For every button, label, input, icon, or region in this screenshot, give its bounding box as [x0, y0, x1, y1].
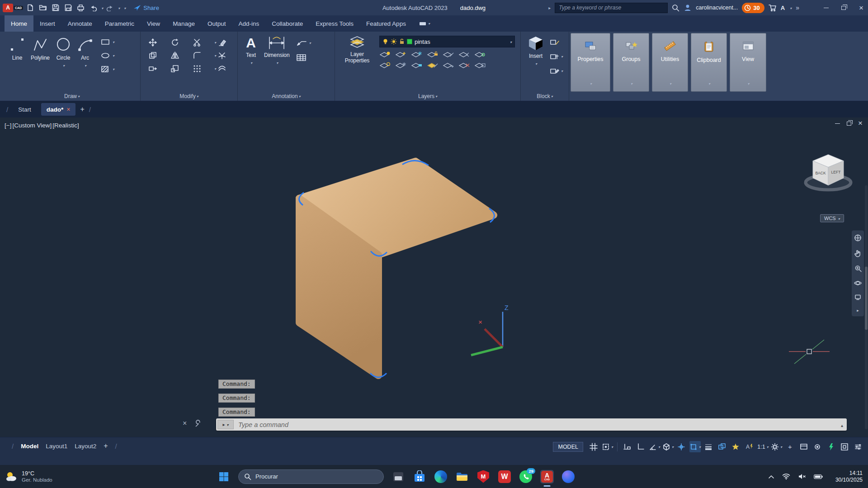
isometric-drafting-icon[interactable]	[662, 441, 674, 452]
mirror-tool-icon[interactable]	[169, 51, 180, 60]
panel-label-annotation[interactable]: Annotation	[238, 93, 335, 99]
circle-button[interactable]: Circle	[53, 34, 73, 91]
line-button[interactable]: Line	[7, 34, 27, 91]
panel-groups[interactable]: Groups	[612, 32, 651, 101]
trial-badge[interactable]: 30	[742, 3, 764, 13]
new-file-icon[interactable]	[24, 2, 36, 14]
canvas-scrollbar[interactable]	[865, 185, 868, 429]
layer-properties-button[interactable]: LayerProperties	[340, 34, 375, 91]
hatch-tool-icon[interactable]	[100, 64, 114, 75]
leader-tool-icon[interactable]	[296, 38, 311, 48]
selection-cycling-icon[interactable]	[717, 441, 728, 452]
object-snap-icon[interactable]	[689, 441, 701, 452]
open-folder-icon[interactable]	[37, 2, 48, 14]
tab-collaborate[interactable]: Collaborate	[265, 15, 309, 32]
zoom-icon[interactable]	[854, 265, 862, 272]
dimension-button[interactable]: Dimension	[262, 34, 292, 91]
tab-insert[interactable]: Insert	[33, 15, 61, 32]
undo-dropdown-icon[interactable]	[101, 5, 103, 11]
insert-block-button[interactable]: Insert	[525, 34, 546, 91]
layer-unlock2-icon[interactable]	[411, 62, 423, 69]
layout-tab-model[interactable]: Model	[21, 443, 38, 450]
copy-tool-icon[interactable]	[147, 51, 158, 60]
viewcube[interactable]: BACK LEFT	[799, 148, 858, 198]
quick-properties-icon[interactable]	[798, 441, 809, 452]
file-tab-close-icon[interactable]	[66, 106, 70, 113]
battery-icon[interactable]	[814, 474, 823, 479]
annotation-visibility-icon[interactable]	[730, 441, 741, 452]
command-close-icon[interactable]	[183, 419, 187, 427]
search-icon[interactable]	[672, 4, 679, 12]
dynamic-input-icon[interactable]	[622, 441, 633, 452]
taskbar-clock[interactable]: 14:11 30/10/2025	[835, 470, 863, 483]
autoscale-icon[interactable]: A	[744, 441, 755, 452]
share-button[interactable]: Share	[133, 5, 159, 11]
graphics-performance-icon[interactable]	[825, 441, 836, 452]
orbit-icon[interactable]	[854, 280, 862, 286]
autodesk-account-dropdown-icon[interactable]	[790, 5, 792, 11]
pinned-app-dark-icon[interactable]	[392, 470, 405, 483]
tab-featured-apps[interactable]: Featured Apps	[360, 15, 412, 32]
tab-home[interactable]: Home	[5, 15, 33, 32]
ribbon-display-options[interactable]	[420, 15, 430, 32]
autocad-taskbar-icon[interactable]: A CAD	[540, 470, 554, 483]
viewport-visual-style-control[interactable]: [Realistic]	[52, 122, 79, 129]
scale-tool-icon[interactable]	[169, 64, 180, 73]
ucs-icon[interactable]: Z ×	[466, 303, 520, 359]
restore-button[interactable]	[837, 1, 850, 14]
text-button[interactable]: A Text	[244, 34, 258, 91]
close-button[interactable]	[854, 1, 868, 14]
layer-states-icon[interactable]	[474, 62, 486, 69]
tray-chevron-icon[interactable]	[768, 474, 774, 479]
wifi-icon[interactable]	[782, 473, 790, 480]
wcs-button[interactable]: WCS	[820, 214, 844, 222]
redo-dropdown-icon[interactable]	[118, 5, 120, 11]
viewport-minimize-control[interactable]: [−]	[5, 122, 11, 129]
command-line-bar[interactable]	[216, 418, 847, 431]
panel-properties[interactable]: Properties	[569, 32, 612, 101]
layer-lock-icon[interactable]	[427, 51, 439, 58]
redo-icon[interactable]	[104, 2, 116, 14]
autocad-logo[interactable]: A CAD	[3, 4, 23, 12]
annotation-monitor-icon[interactable]: +	[784, 441, 796, 452]
save-icon[interactable]	[50, 2, 61, 14]
start-button[interactable]	[217, 470, 231, 483]
cart-icon[interactable]	[769, 4, 777, 12]
define-attributes-icon[interactable]	[550, 51, 563, 62]
new-drawing-tab-button[interactable]	[80, 105, 84, 113]
tab-add-ins[interactable]: Add-ins	[232, 15, 265, 32]
undo-icon[interactable]	[88, 2, 99, 14]
layout-tab-layout2[interactable]: Layout2	[75, 443, 96, 450]
viewport-restore-icon[interactable]	[847, 122, 851, 126]
panel-clipboard[interactable]: Clipboard	[689, 32, 728, 101]
nav-wheel-icon[interactable]	[854, 234, 862, 242]
minimize-button[interactable]	[819, 1, 833, 14]
new-layout-button[interactable]	[104, 442, 108, 450]
file-tab-start[interactable]: Start	[13, 103, 37, 116]
workspace-switching-icon[interactable]	[771, 441, 782, 452]
viewport-minimize-icon[interactable]	[835, 123, 840, 124]
rectangle-tool-icon[interactable]	[100, 37, 114, 47]
ortho-mode-icon[interactable]	[635, 441, 646, 452]
viewport-view-control[interactable]: [Custom View]	[12, 122, 52, 129]
move-tool-icon[interactable]	[147, 38, 158, 47]
panel-label-layers[interactable]: Layers	[335, 93, 520, 99]
showmotion-icon[interactable]	[854, 294, 861, 300]
save-as-icon[interactable]	[62, 2, 74, 14]
file-tab-dado[interactable]: dado*	[41, 103, 76, 116]
panel-label-block[interactable]: Block	[521, 93, 569, 99]
layer-current-icon[interactable]	[427, 62, 439, 69]
fillet-tool-icon[interactable]	[191, 51, 203, 60]
ellipse-tool-icon[interactable]	[100, 50, 114, 61]
layer-merge-icon[interactable]	[443, 62, 454, 69]
layer-delete-icon[interactable]	[458, 62, 470, 69]
layer-prev-icon[interactable]	[458, 51, 470, 58]
layer-unisolate-icon[interactable]	[379, 62, 391, 69]
user-icon[interactable]	[684, 4, 692, 12]
clean-screen-icon[interactable]	[839, 441, 850, 452]
command-input[interactable]	[234, 421, 841, 428]
arc-button[interactable]: Arc	[75, 34, 95, 91]
command-prompt-icon[interactable]	[217, 420, 234, 429]
tab-manage[interactable]: Manage	[166, 15, 201, 32]
layer-walk-icon[interactable]	[474, 51, 486, 58]
